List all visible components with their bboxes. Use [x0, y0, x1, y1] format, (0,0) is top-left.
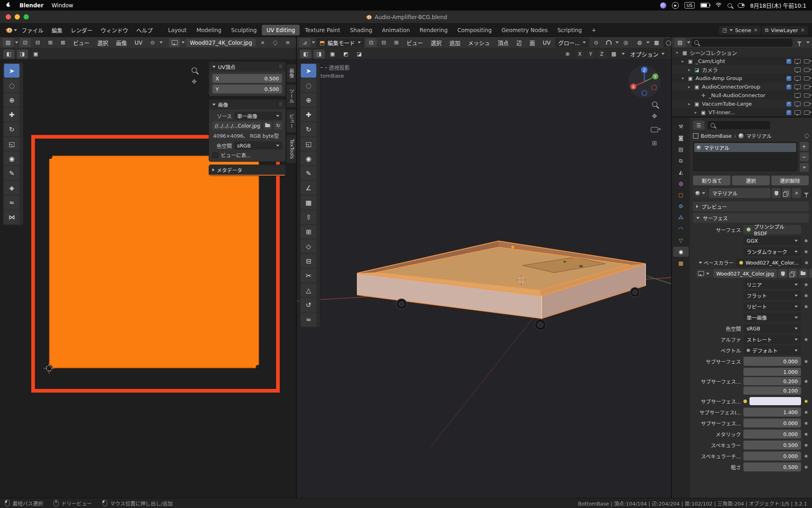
- outliner-row-vaccumtube-large[interactable]: ▸ ▣ VaccumTube-Large: [672, 100, 812, 108]
- copy-icon[interactable]: [788, 269, 797, 278]
- outliner-row-null-audio-connector[interactable]: ✛ _Null-AudioConnector: [672, 91, 812, 100]
- hide-viewport-icon[interactable]: [795, 102, 801, 106]
- panel-grip-icon[interactable]: ⠿: [279, 64, 282, 69]
- keyframe-dot[interactable]: [805, 411, 808, 414]
- image-panel-header[interactable]: 画像 ⠿: [209, 100, 285, 109]
- menu-render[interactable]: レンダー: [67, 24, 96, 36]
- exclude-checkbox[interactable]: [786, 76, 791, 81]
- tool-pinch[interactable]: ⋈: [4, 210, 19, 224]
- open-image-icon[interactable]: [263, 122, 272, 130]
- mirror-y-button[interactable]: Y: [586, 50, 595, 58]
- xray-toggle-icon[interactable]: ▩: [651, 38, 662, 47]
- expand-arrow-icon[interactable]: ▸: [693, 110, 698, 115]
- radius-r-slider[interactable]: 1.000: [743, 368, 801, 376]
- tool-extrude[interactable]: ⇧: [301, 210, 316, 224]
- expand-arrow-icon[interactable]: ▸: [687, 85, 692, 89]
- zoom-icon[interactable]: [192, 67, 197, 73]
- view-as-render-checkbox[interactable]: [212, 152, 218, 158]
- blender-menu-icon[interactable]: [4, 27, 13, 33]
- workspace-tab-geometry-nodes[interactable]: Geometry Nodes: [497, 25, 552, 35]
- menubar-window-menu[interactable]: Window: [52, 2, 73, 9]
- tab-render[interactable]: ◙: [673, 133, 689, 143]
- workspace-tab-compositing[interactable]: Compositing: [453, 25, 497, 35]
- disable-render-icon[interactable]: [804, 59, 810, 63]
- disable-render-icon[interactable]: [804, 102, 810, 106]
- row-label[interactable]: シーンコレクション: [690, 49, 737, 56]
- workspace-tab-shading[interactable]: Shading: [346, 25, 377, 35]
- select-mode-edge-icon[interactable]: ⊟: [378, 38, 389, 47]
- tool-loop-cut[interactable]: ⊟: [301, 254, 316, 268]
- select-mode-vertex-icon[interactable]: ⊡: [365, 38, 377, 47]
- workspace-tab-texture-paint[interactable]: Texture Paint: [300, 25, 345, 35]
- disable-render-icon[interactable]: [804, 111, 810, 115]
- viewport-canvas[interactable]: ユーザー・透視投影 (0) BottomBase Z Y X ✥ ⊞: [297, 60, 671, 498]
- expand-arrow-icon[interactable]: ▸: [687, 102, 692, 106]
- outliner-row-audio-amp-group[interactable]: ▾ ▣ Audio-Amp Group: [672, 74, 812, 82]
- workspace-tab-layout[interactable]: Layout: [164, 25, 191, 35]
- add-workspace-button[interactable]: +: [587, 25, 600, 35]
- menubar-datetime[interactable]: 8月18日(木) 午前10:1: [750, 1, 806, 9]
- unlink-icon[interactable]: ×: [809, 269, 812, 278]
- app-menu-caret-icon[interactable]: [14, 29, 17, 31]
- uv-vertex-dot[interactable]: [48, 155, 52, 159]
- uv-unwrap-selection[interactable]: [49, 156, 259, 368]
- hide-viewport-icon[interactable]: [795, 110, 801, 115]
- remove-slot-button[interactable]: −: [800, 152, 809, 161]
- transform-orientation-dropdown[interactable]: グロー...: [555, 38, 589, 48]
- visibility-dropdown-icon[interactable]: ◍: [634, 38, 645, 47]
- vp-menu-face[interactable]: 面: [526, 37, 538, 48]
- tool-measure[interactable]: ∠: [301, 181, 316, 195]
- uv-sidebar-tab-tool[interactable]: ツール: [286, 84, 296, 108]
- disable-render-icon[interactable]: [804, 68, 810, 72]
- slot-specials-button[interactable]: [800, 163, 809, 172]
- image-menu-icon[interactable]: ≡: [282, 38, 294, 47]
- hide-viewport-icon[interactable]: [795, 93, 801, 98]
- subsurface-ior-slider[interactable]: 1.400: [743, 408, 801, 417]
- scene-unlink-icon[interactable]: ×: [754, 27, 758, 33]
- uv-vertex-panel-header[interactable]: UV頂点 ⠿: [209, 62, 285, 72]
- extension-dropdown[interactable]: リピート: [743, 302, 801, 311]
- uv-vertex-y-field[interactable]: Y 0.500: [212, 85, 282, 93]
- uv-select-mode-vertex-icon[interactable]: ⊡: [19, 38, 31, 47]
- exclude-checkbox[interactable]: [786, 85, 791, 89]
- uv-toolsetting-icon-2[interactable]: ◨: [17, 50, 28, 59]
- apple-menu-icon[interactable]: [6, 2, 11, 9]
- tool-smooth[interactable]: ≈: [301, 313, 316, 326]
- exclude-checkbox[interactable]: [786, 102, 791, 106]
- tool-select-box[interactable]: ➤: [301, 64, 316, 78]
- proportional-edit-icon[interactable]: ◎: [620, 38, 631, 47]
- tab-physics[interactable]: ◠: [673, 224, 689, 234]
- keyframe-dot[interactable]: [805, 380, 808, 383]
- disable-render-icon[interactable]: [804, 85, 810, 89]
- image-browse-icon[interactable]: [169, 38, 180, 47]
- radius-g-slider[interactable]: 0.200: [743, 377, 801, 385]
- surface-panel-header[interactable]: サーフェス: [693, 213, 809, 223]
- tool-add-cube[interactable]: ▦: [301, 195, 316, 209]
- specular-slider[interactable]: 0.500: [743, 441, 801, 449]
- colorspace-dropdown[interactable]: sRGB: [234, 141, 282, 150]
- expand-icon[interactable]: [699, 262, 702, 264]
- unlink-material-icon[interactable]: ×: [792, 188, 801, 198]
- fake-user-icon[interactable]: [778, 269, 787, 278]
- uv-sidebar-tab-image[interactable]: 画像: [286, 64, 296, 82]
- material-slot-list[interactable]: マテリアル: [693, 142, 797, 171]
- grid-snap-icon[interactable]: ▦: [608, 50, 620, 59]
- tool-transform[interactable]: ◉: [4, 152, 19, 165]
- vp-menu-uv[interactable]: UV: [540, 38, 554, 47]
- base-color-texture-link[interactable]: Wood027_4K_Color...: [736, 258, 802, 267]
- snap-magnet-icon[interactable]: [603, 38, 614, 47]
- viewlayer-remove-icon[interactable]: ×: [801, 27, 805, 33]
- row-label[interactable]: VaccumTube-Large: [702, 101, 752, 107]
- row-label[interactable]: VT-Inner...: [708, 109, 735, 115]
- uv-select-mode-face-icon[interactable]: ⊞: [45, 38, 56, 47]
- material-browse-dropdown[interactable]: [693, 188, 708, 198]
- tool-bevel[interactable]: ◇: [301, 239, 316, 253]
- vp-toolsetting-icon-3[interactable]: ▣: [327, 50, 338, 59]
- tool-annotate[interactable]: ✎: [301, 166, 316, 180]
- uv-canvas[interactable]: ✥ UV頂点 ⠿ X 0.500 Y: [0, 60, 296, 498]
- pan-hand-icon[interactable]: ✥: [192, 78, 197, 85]
- material-name-field[interactable]: マテリアル: [709, 188, 771, 198]
- pin-icon[interactable]: [805, 134, 809, 138]
- siri-icon[interactable]: [660, 2, 666, 9]
- keyframe-dot[interactable]: [805, 283, 808, 286]
